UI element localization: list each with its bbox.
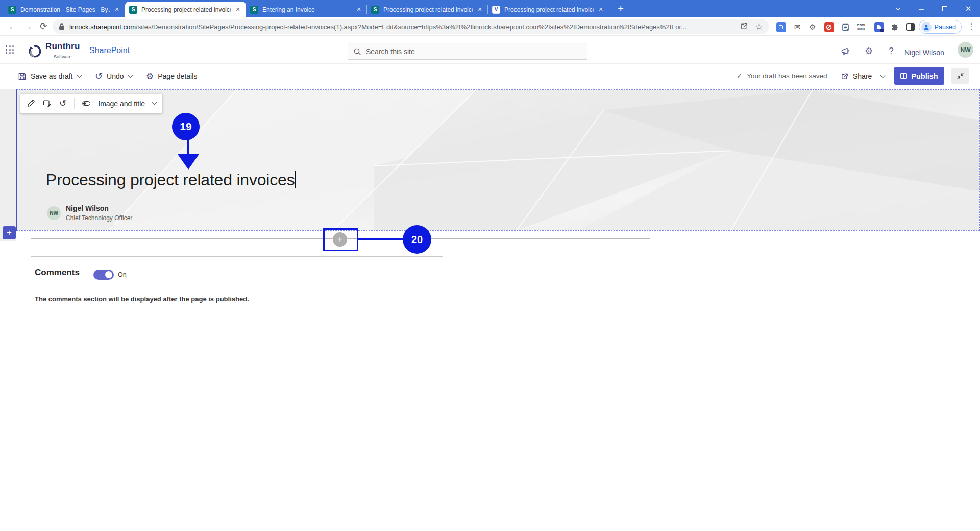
share-icon	[840, 72, 849, 81]
text-cursor	[295, 171, 296, 188]
back-button[interactable]: ←	[6, 20, 19, 33]
publish-icon	[900, 73, 907, 79]
page-details-label: Page details	[158, 72, 197, 80]
share-button[interactable]: Share	[840, 68, 872, 84]
help-icon[interactable]: ?	[885, 45, 897, 57]
mail-extension-icon[interactable]: ✉	[791, 21, 803, 33]
gear-extension-icon[interactable]: ⚙	[806, 21, 819, 33]
new-tab-button[interactable]: +	[614, 2, 628, 16]
logo-secondary-text: Software	[54, 54, 72, 59]
undo-button[interactable]: ↺ Undo	[95, 68, 124, 84]
sharepoint-favicon: S	[371, 6, 379, 14]
tab-close-icon[interactable]: ✕	[476, 6, 484, 13]
annotation-step-20: 20	[403, 225, 431, 254]
password-extension-icon[interactable]	[873, 21, 885, 33]
logo-primary-text: Runthru	[45, 41, 80, 51]
bookmark-star-icon[interactable]: ☆	[755, 22, 763, 31]
annotation-19-arrow	[187, 140, 189, 155]
maximize-button[interactable]	[933, 0, 957, 17]
layout-option-icon	[82, 101, 90, 106]
page-title-input[interactable]: Processing project related invoices	[46, 171, 296, 189]
save-as-draft-label: Save as draft	[31, 72, 73, 80]
url-bar[interactable]: linrock.sharepoint.com/sites/Demonstrati…	[53, 19, 769, 34]
annotation-step-19: 19	[172, 113, 200, 140]
minimize-button[interactable]: ─	[910, 0, 933, 17]
annotation-20-highlight-box	[323, 228, 358, 251]
adblock-extension-icon[interactable]	[823, 21, 835, 33]
layout-option-label[interactable]: Image and title	[98, 100, 145, 108]
browser-menu-icon[interactable]: ⋮	[966, 20, 977, 33]
publish-label: Publish	[911, 72, 938, 80]
tab-search-chevron-icon[interactable]	[886, 0, 910, 17]
extensions-puzzle-icon[interactable]	[889, 21, 901, 33]
draft-saved-status: ✓ Your draft has been saved	[737, 71, 827, 80]
page-details-button[interactable]: ⚙ Page details	[146, 68, 197, 84]
window-controls: ─ ✕	[886, 0, 980, 17]
tab-close-icon[interactable]: ✕	[355, 6, 363, 13]
divider	[139, 70, 139, 82]
page-details-gear-icon: ⚙	[146, 71, 154, 82]
tab-title: Processing project related invoices	[141, 6, 231, 13]
comments-toggle-state: On	[118, 271, 127, 278]
close-window-button[interactable]: ✕	[957, 0, 980, 17]
section-bottom-line	[31, 256, 443, 257]
collapse-ribbon-button[interactable]	[951, 68, 969, 84]
forward-button[interactable]: →	[21, 20, 35, 33]
sharepoint-favicon: S	[129, 6, 137, 14]
annotation-20-connector	[358, 238, 403, 240]
check-icon: ✓	[737, 71, 742, 80]
browser-tab-5[interactable]: V Processing project related invoices ✕	[488, 2, 609, 17]
page-command-bar: Save as draft ↺ Undo ⚙ Page details ✓ Yo…	[0, 64, 980, 88]
cooltools-extension-icon[interactable]: COOLTools	[855, 21, 868, 33]
profile-paused-chip[interactable]: Paused	[919, 20, 962, 34]
profile-chip-label: Paused	[935, 23, 956, 31]
browser-tab-2-active[interactable]: S Processing project related invoices ✕	[125, 2, 246, 17]
edit-pencil-icon[interactable]	[27, 99, 35, 108]
user-avatar[interactable]: NW	[958, 42, 973, 58]
add-section-button[interactable]: +	[3, 226, 16, 239]
tab-close-icon[interactable]: ✕	[234, 6, 242, 13]
site-search[interactable]	[348, 43, 587, 60]
address-bar: ← → ⟳ linrock.sharepoint.com/sites/Demon…	[0, 17, 980, 36]
hero-webpart-selected[interactable]: ↺ Image and title 19 Processing project …	[16, 89, 980, 231]
tab-title: Entering an Invoice	[262, 6, 352, 13]
sharepoint-header: Runthru Software SharePoint ⚙ ? Nigel Wi…	[0, 36, 980, 64]
save-as-draft-button[interactable]: Save as draft	[18, 68, 73, 84]
reset-icon[interactable]: ↺	[59, 98, 66, 109]
browser-tab-1[interactable]: S Demonstration - Site Pages - By A ✕	[4, 2, 125, 17]
video-favicon: V	[492, 6, 500, 14]
tab-close-icon[interactable]: ✕	[597, 6, 605, 13]
reload-button[interactable]: ⟳	[37, 20, 50, 33]
runthru-logo[interactable]: Runthru Software	[28, 42, 80, 60]
side-panel-icon[interactable]	[904, 21, 917, 33]
notes-extension-icon[interactable]	[839, 21, 851, 33]
comments-toggle[interactable]	[93, 270, 114, 280]
divider	[88, 70, 88, 82]
lock-icon[interactable]	[59, 23, 65, 30]
save-options-chevron[interactable]	[78, 68, 81, 84]
browser-window: S Demonstration - Site Pages - By A ✕ S …	[0, 0, 980, 531]
author-avatar[interactable]: NW	[47, 206, 61, 220]
tab-close-icon[interactable]: ✕	[113, 6, 121, 13]
undo-options-chevron[interactable]	[129, 68, 132, 84]
share-options-chevron[interactable]	[881, 68, 885, 84]
megaphone-icon[interactable]	[839, 45, 851, 57]
share-page-icon[interactable]	[740, 22, 748, 32]
blue-extension-icon[interactable]	[775, 21, 787, 33]
search-input[interactable]	[366, 47, 582, 56]
sharepoint-favicon: S	[250, 6, 258, 14]
tab-title: Processing project related invoices	[383, 6, 473, 13]
profile-avatar-icon	[921, 22, 932, 32]
layout-chevron-icon[interactable]	[152, 100, 157, 105]
sharepoint-wordmark[interactable]: SharePoint	[89, 46, 130, 55]
search-icon	[353, 47, 361, 56]
browser-tab-3[interactable]: S Entering an Invoice ✕	[246, 2, 367, 17]
comments-note: The comments section will be displayed a…	[35, 295, 249, 303]
settings-gear-icon[interactable]: ⚙	[863, 45, 875, 57]
user-name[interactable]: Nigel Wilson	[904, 49, 944, 57]
url-text: linrock.sharepoint.com/sites/Demonstrati…	[69, 23, 732, 31]
browser-tab-4[interactable]: S Processing project related invoices ✕	[367, 2, 488, 17]
publish-button[interactable]: Publish	[894, 67, 944, 85]
app-launcher-icon[interactable]	[6, 45, 15, 55]
change-image-icon[interactable]	[43, 99, 52, 108]
